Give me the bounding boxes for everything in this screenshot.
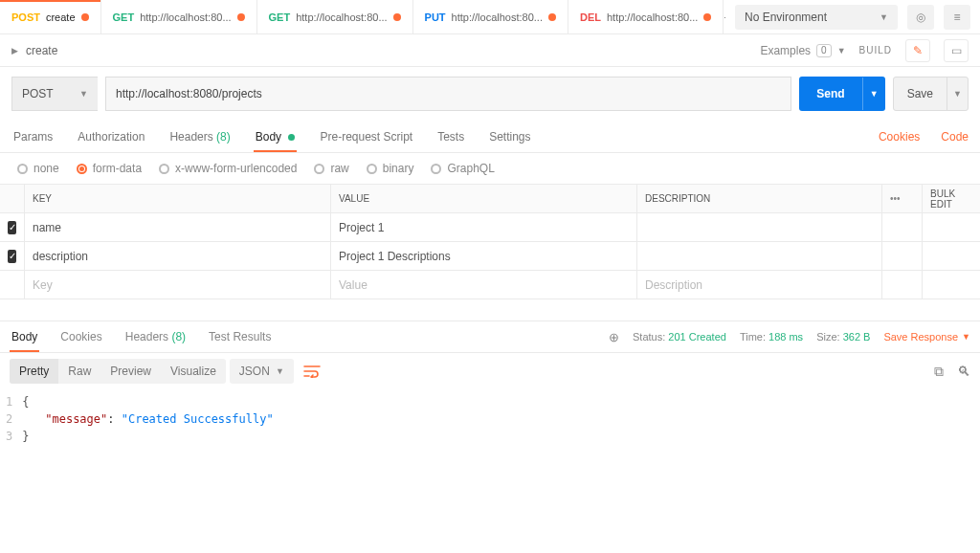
resp-tab-tests[interactable]: Test Results [207, 330, 273, 343]
save-dropdown[interactable]: ▼ [947, 77, 968, 110]
row-checkbox[interactable]: ✓ [0, 213, 25, 241]
send-button[interactable]: Send ▼ [799, 77, 884, 111]
formdata-table: Key Value Description ••• Bulk Edit ✓ na… [0, 184, 980, 299]
radio-icon [159, 164, 169, 174]
radio-icon [431, 164, 441, 174]
breadcrumb: ▶ create [11, 44, 57, 57]
resp-tab-body[interactable]: Body [10, 330, 39, 343]
unsaved-dot-icon [237, 13, 245, 21]
body-type-binary[interactable]: binary [367, 162, 414, 175]
cell-value[interactable]: Project 1 Descriptions [331, 242, 637, 270]
body-dot-icon [288, 134, 295, 141]
subtab-authorization[interactable]: Authorization [76, 130, 146, 144]
unsaved-dot-icon [703, 13, 711, 21]
check-icon: ✓ [8, 221, 16, 234]
subtab-tests[interactable]: Tests [435, 130, 466, 144]
request-name: create [26, 44, 57, 57]
tab-get-2[interactable]: GET http://localhost:80... [257, 0, 413, 33]
body-type-formdata[interactable]: form-data [77, 162, 142, 175]
pencil-icon: ✎ [913, 44, 923, 57]
tab-create[interactable]: POST create [0, 0, 101, 33]
tab-label: http://localhost:80... [296, 11, 387, 23]
settings-button[interactable]: ≡ [944, 5, 970, 30]
view-pretty[interactable]: Pretty [10, 359, 58, 384]
subtab-settings[interactable]: Settings [487, 130, 532, 144]
radio-icon [314, 164, 324, 174]
search-button[interactable]: 🔍︎ [957, 364, 970, 379]
table-row-new: Key Value Description [0, 271, 980, 299]
body-type-raw[interactable]: raw [314, 162, 348, 175]
send-dropdown[interactable]: ▼ [862, 77, 885, 110]
examples-button[interactable]: Examples 0 ▼ [760, 44, 845, 57]
chevron-down-icon: ▼ [880, 12, 888, 22]
cell-desc[interactable] [637, 242, 882, 270]
code-link[interactable]: Code [941, 130, 969, 144]
env-bar: No Environment ▼ ◎ ≡ [725, 5, 980, 30]
copy-icon: ⧉ [934, 364, 944, 379]
search-icon: 🔍︎ [957, 364, 970, 379]
table-options-button[interactable]: ••• [882, 185, 923, 212]
format-select[interactable]: JSON ▼ [230, 359, 294, 384]
cell-value-new[interactable]: Value [331, 271, 637, 299]
body-type-none[interactable]: none [17, 162, 59, 175]
tab-get-1[interactable]: GET http://localhost:80... [101, 0, 257, 33]
resp-tab-headers[interactable]: Headers (8) [123, 330, 188, 343]
triangle-right-icon[interactable]: ▶ [11, 46, 18, 55]
save-response-button[interactable]: Save Response▼ [883, 331, 970, 343]
tab-label: http://localhost:80... [607, 11, 698, 23]
body-type-selector: none form-data x-www-form-urlencoded raw… [0, 153, 980, 184]
check-icon: ✓ [8, 250, 16, 263]
row-checkbox[interactable]: ✓ [0, 242, 25, 270]
view-raw[interactable]: Raw [58, 359, 100, 384]
cell-key-new[interactable]: Key [25, 271, 331, 299]
tab-put[interactable]: PUT http://localhost:80... [413, 0, 568, 33]
method-select[interactable]: POST ▼ [11, 77, 98, 111]
response-toolbar: Pretty Raw Preview Visualize JSON ▼ ⧉ 🔍︎ [0, 353, 980, 389]
response-body[interactable]: 123 { "message": "Created Successfully" … [0, 389, 980, 445]
view-visualize[interactable]: Visualize [161, 359, 226, 384]
tab-label: http://localhost:80... [452, 11, 543, 23]
cookies-link[interactable]: Cookies [879, 130, 920, 144]
wrap-lines-button[interactable] [298, 358, 326, 385]
status-value: 201 Created [668, 331, 726, 343]
cell-desc[interactable] [637, 213, 882, 241]
request-subtabs: Params Authorization Headers (8) Body Pr… [0, 121, 980, 153]
col-value: Value [331, 185, 637, 212]
url-input[interactable]: http://localhost:8080/projects [105, 77, 791, 111]
body-type-xwww[interactable]: x-www-form-urlencoded [159, 162, 297, 175]
cell-key[interactable]: description [25, 242, 331, 270]
copy-button[interactable]: ⧉ [934, 364, 944, 380]
resp-tab-cookies[interactable]: Cookies [58, 330, 103, 343]
code-lines: { "message": "Created Successfully" } [22, 393, 273, 445]
cell-value[interactable]: Project 1 [331, 213, 637, 241]
headers-count: (8) [216, 130, 231, 144]
env-label: No Environment [745, 11, 827, 24]
tab-label: http://localhost:80... [140, 11, 231, 23]
resp-headers-count: (8) [171, 330, 186, 343]
subtab-prerequest[interactable]: Pre-request Script [318, 130, 414, 144]
subtab-body[interactable]: Body [254, 130, 298, 144]
request-actions: Examples 0 ▼ BUILD ✎ ▭ [760, 39, 969, 62]
wrap-icon [303, 365, 321, 378]
cell-desc-new[interactable]: Description [637, 271, 882, 299]
view-preview[interactable]: Preview [100, 359, 161, 384]
body-type-graphql[interactable]: GraphQL [431, 162, 494, 175]
url-bar: POST ▼ http://localhost:8080/projects Se… [0, 67, 980, 121]
bulk-edit-link[interactable]: Bulk Edit [923, 185, 980, 212]
edit-button[interactable]: ✎ [905, 39, 930, 62]
subtab-params[interactable]: Params [11, 130, 55, 144]
save-button[interactable]: Save ▼ [893, 77, 969, 111]
globe-icon[interactable]: ⊕ [609, 330, 619, 344]
cell-key[interactable]: name [25, 213, 331, 241]
view-mode-segment: Pretty Raw Preview Visualize [10, 359, 226, 384]
subtab-headers[interactable]: Headers (8) [167, 130, 232, 144]
environment-select[interactable]: No Environment ▼ [735, 5, 898, 30]
request-tabs: POST create GET http://localhost:80... G… [0, 0, 725, 33]
time-value: 188 ms [768, 331, 803, 343]
method-label: PUT [425, 11, 446, 23]
env-quicklook-button[interactable]: ◎ [907, 5, 934, 30]
tab-del[interactable]: DEL http://localhost:80... [568, 0, 724, 33]
comment-button[interactable]: ▭ [944, 39, 969, 62]
method-label: DEL [580, 11, 601, 23]
unsaved-dot-icon [548, 13, 556, 21]
